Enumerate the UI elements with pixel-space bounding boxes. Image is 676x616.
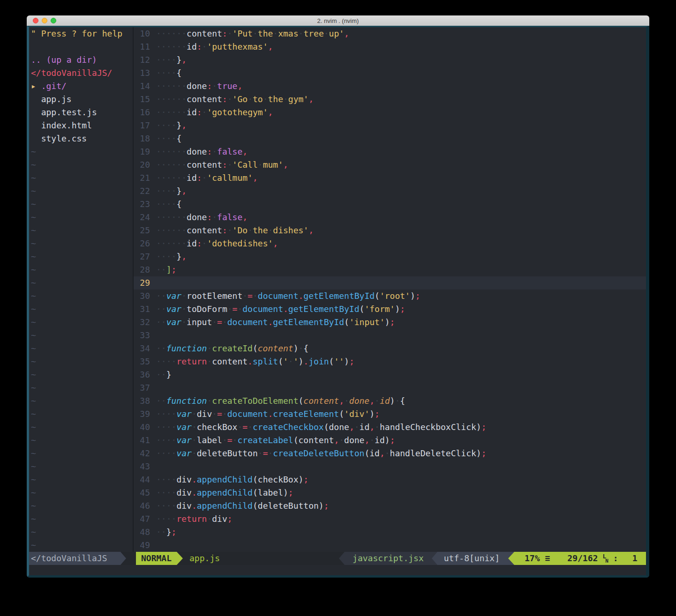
- code-line[interactable]: 37: [134, 381, 646, 394]
- line-number: 45: [134, 486, 156, 499]
- tree-item[interactable]: app.js: [31, 93, 133, 106]
- code-line[interactable]: 27····},: [134, 250, 646, 263]
- code-line[interactable]: 15······content:·'Go·to·the·gym',: [134, 93, 646, 106]
- code-line[interactable]: 13····{: [134, 67, 646, 80]
- mode-indicator: NORMAL: [136, 552, 177, 565]
- code-line[interactable]: 31··var·toDoForm·=·document.getElementBy…: [134, 303, 646, 316]
- line-number: 39: [134, 408, 156, 421]
- tree-item[interactable]: .. (up a dir): [31, 53, 133, 67]
- code-line[interactable]: 19······done:·false,: [134, 145, 646, 158]
- code-line[interactable]: 35····return·content.split('·').join('')…: [134, 355, 646, 368]
- tree-item[interactable]: ▸ .git/: [31, 80, 133, 93]
- empty-line-tilde: ~: [31, 447, 133, 460]
- code-line[interactable]: 33: [134, 329, 646, 342]
- code-line[interactable]: 48··};: [134, 526, 646, 539]
- code-line[interactable]: 39····var·div·=·document.createElement('…: [134, 408, 646, 421]
- code-line[interactable]: 32··var·input·=·document.getElementById(…: [134, 316, 646, 329]
- empty-line-tilde: ~: [31, 158, 133, 171]
- powerline-arrow-icon: [177, 552, 183, 565]
- empty-line-tilde: ~: [31, 303, 133, 316]
- code-text: ····},: [156, 119, 187, 132]
- line-number: 11: [134, 40, 156, 53]
- empty-line-tilde: ~: [31, 316, 133, 329]
- line-number: 28: [134, 263, 156, 276]
- terminal-window: 2. nvim . (nvim) " Press ? for help .. (…: [27, 15, 649, 578]
- close-button[interactable]: [33, 18, 38, 23]
- code-line[interactable]: 10······content:·'Put·the·xmas·tree·up',: [134, 27, 646, 40]
- code-line[interactable]: 40····var·checkBox·=·createCheckbox(done…: [134, 421, 646, 434]
- tree-item[interactable]: </todoVanillaJS/: [31, 67, 133, 80]
- code-line[interactable]: 41····var·label·=·createLabel(content,·d…: [134, 434, 646, 447]
- code-line[interactable]: 12····},: [134, 53, 646, 67]
- code-line[interactable]: 42····var·deleteButton·=·createDeleteBut…: [134, 447, 646, 460]
- code-text: ····{: [156, 132, 181, 145]
- code-line[interactable]: 24······done:·false,: [134, 211, 646, 224]
- line-number: 25: [134, 224, 156, 237]
- empty-line-tilde: ~: [31, 460, 133, 473]
- code-text: ····{: [156, 198, 181, 211]
- code-line[interactable]: 22····},: [134, 185, 646, 198]
- code-line[interactable]: 17····},: [134, 119, 646, 132]
- empty-line-tilde: ~: [31, 289, 133, 303]
- empty-line-tilde: ~: [31, 329, 133, 342]
- nerdtree-sidebar[interactable]: " Press ? for help .. (up a dir)</todoVa…: [29, 27, 133, 552]
- code-text: ··}: [156, 368, 172, 381]
- code-text: ······id:·'gotothegym',: [156, 106, 273, 119]
- code-line[interactable]: 26······id:·'dothedishes',: [134, 237, 646, 250]
- code-line[interactable]: 43: [134, 460, 646, 473]
- tree-item[interactable]: [31, 40, 133, 53]
- empty-line-tilde: ~: [31, 381, 133, 394]
- line-number: 40: [134, 421, 156, 434]
- minimize-button[interactable]: [42, 18, 47, 23]
- code-line[interactable]: 30··var·rootElement·=·document.getElemen…: [134, 289, 646, 303]
- code-line[interactable]: 36··}: [134, 368, 646, 381]
- code-line[interactable]: 28··];: [134, 263, 646, 276]
- code-line[interactable]: 14······done:·true,: [134, 80, 646, 93]
- code-text: ····div.appendChild(label);: [156, 486, 293, 499]
- empty-line-tilde: ~: [31, 394, 133, 408]
- code-text: ······done:·false,: [156, 211, 248, 224]
- code-line[interactable]: 23····{: [134, 198, 646, 211]
- code-line[interactable]: 46····div.appendChild(deleteButton);: [134, 499, 646, 512]
- code-line[interactable]: 11······id:·'putthexmas',: [134, 40, 646, 53]
- empty-line-tilde: ~: [31, 224, 133, 237]
- code-text: ····var·checkBox·=·createCheckbox(done,·…: [156, 421, 487, 434]
- empty-line-tilde: ~: [31, 434, 133, 447]
- empty-line-tilde: ~: [31, 486, 133, 499]
- code-line[interactable]: 18····{: [134, 132, 646, 145]
- code-text: ··function·createToDoElement(content,·do…: [156, 394, 405, 408]
- empty-line-tilde: ~: [31, 355, 133, 368]
- line-number: 14: [134, 80, 156, 93]
- window-titlebar[interactable]: 2. nvim . (nvim): [27, 15, 649, 26]
- code-line[interactable]: 29: [134, 276, 646, 289]
- empty-line-tilde: ~: [31, 539, 133, 552]
- code-line[interactable]: 49: [134, 539, 646, 552]
- tree-item[interactable]: index.html: [31, 119, 133, 132]
- code-line[interactable]: 16······id:·'gotothegym',: [134, 106, 646, 119]
- code-line[interactable]: 20······content:·'Call·mum',: [134, 158, 646, 171]
- code-line[interactable]: 45····div.appendChild(label);: [134, 486, 646, 499]
- code-text: ··var·input·=·document.getElementById('i…: [156, 316, 395, 329]
- code-line[interactable]: 47····return·div;: [134, 512, 646, 526]
- line-number: 16: [134, 106, 156, 119]
- filetype-segment: javascript.jsx: [345, 552, 432, 565]
- zoom-button[interactable]: [51, 18, 56, 23]
- command-line[interactable]: [29, 565, 646, 575]
- tree-item[interactable]: style.css: [31, 132, 133, 145]
- code-line[interactable]: 25······content:·'Do·the·dishes',: [134, 224, 646, 237]
- tree-item[interactable]: " Press ? for help: [31, 27, 133, 40]
- code-line[interactable]: 34··function·createId(content)·{: [134, 342, 646, 355]
- code-line[interactable]: 21······id:·'callmum',: [134, 171, 646, 185]
- line-number: 32: [134, 316, 156, 329]
- line-number: 21: [134, 171, 156, 185]
- code-line[interactable]: 38··function·createToDoElement(content,·…: [134, 394, 646, 408]
- empty-line-tilde: ~: [31, 211, 133, 224]
- code-line[interactable]: 44····div.appendChild(checkBox);: [134, 473, 646, 486]
- editor-pane[interactable]: 10······content:·'Put·the·xmas·tree·up',…: [134, 27, 646, 552]
- tree-item[interactable]: app.test.js: [31, 106, 133, 119]
- cursor-position: 29/162: [567, 552, 598, 565]
- window-title: 2. nvim . (nvim): [317, 17, 359, 24]
- empty-line-tilde: ~: [31, 499, 133, 512]
- line-number: 18: [134, 132, 156, 145]
- code-text: ······done:·false,: [156, 145, 248, 158]
